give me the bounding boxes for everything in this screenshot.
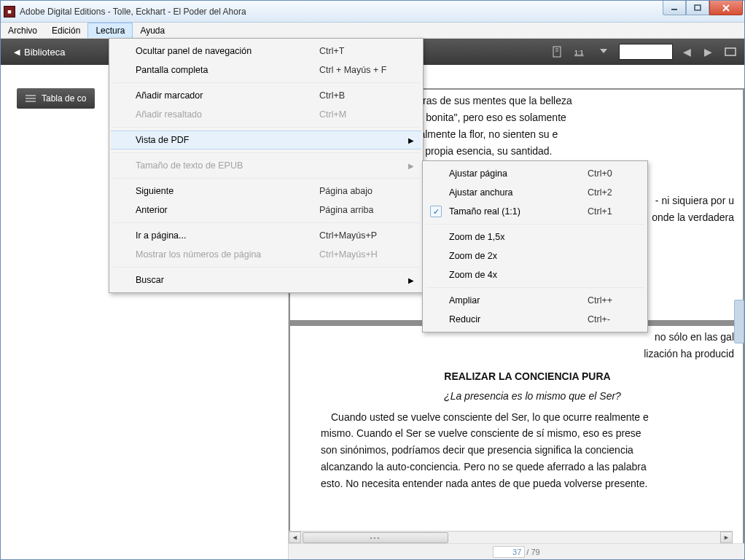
minimize-button[interactable] bbox=[663, 1, 686, 15]
menu-archivo[interactable]: Archivo bbox=[1, 23, 44, 38]
submenu-arrow-icon: ▶ bbox=[408, 276, 414, 284]
status-bar: / 79 bbox=[289, 543, 744, 559]
list-icon bbox=[26, 94, 36, 103]
submenu-item[interactable]: Ajustar páginaCtrl+0 bbox=[424, 164, 646, 183]
toc-tab[interactable]: Tabla de co bbox=[17, 88, 95, 109]
back-arrow-icon: ◀ bbox=[14, 47, 20, 57]
vista-pdf-submenu: Ajustar páginaCtrl+0Ajustar anchuraCtrl+… bbox=[422, 160, 648, 332]
menu-ayuda[interactable]: Ayuda bbox=[133, 23, 172, 38]
menu-item[interactable]: SiguientePágina abajo bbox=[111, 182, 421, 201]
app-icon: ■ bbox=[4, 6, 15, 18]
submenu-item[interactable]: Zoom de 1,5x bbox=[424, 228, 646, 246]
scroll-right-button[interactable]: ► bbox=[720, 532, 733, 543]
submenu-item[interactable]: Zoom de 4x bbox=[424, 265, 646, 284]
menu-item: Tamaño de texto de EPUB▶ bbox=[111, 156, 421, 175]
maximize-button[interactable] bbox=[686, 1, 709, 15]
library-button[interactable]: ◀ Biblioteca bbox=[7, 47, 72, 58]
menu-item: Añadir resaltadoCtrl+M bbox=[111, 105, 421, 124]
bookmark-icon[interactable] bbox=[549, 44, 565, 60]
menu-item[interactable]: Buscar▶ bbox=[111, 271, 421, 289]
zoom-menu-icon[interactable] bbox=[596, 44, 612, 60]
scroll-left-button[interactable]: ◄ bbox=[289, 532, 301, 543]
menubar: Archivo Edición Lectura Ayuda bbox=[1, 23, 744, 39]
menu-item: Mostrar los números de páginaCtrl+Mayús+… bbox=[111, 245, 421, 264]
page-current-input[interactable] bbox=[493, 546, 525, 558]
window-controls bbox=[663, 1, 743, 15]
menu-item[interactable]: Vista de PDF▶ bbox=[111, 131, 421, 149]
submenu-item[interactable]: AmpliarCtrl++ bbox=[424, 291, 646, 310]
check-icon: ✓ bbox=[430, 206, 442, 217]
svg-text:1:1: 1:1 bbox=[574, 49, 584, 56]
menu-item[interactable]: Ocultar panel de navegaciónCtrl+T bbox=[111, 42, 421, 61]
menu-item[interactable]: Añadir marcadorCtrl+B bbox=[111, 86, 421, 105]
fullscreen-icon[interactable] bbox=[722, 44, 738, 60]
section-heading: REALIZAR LA CONCIENCIA PURA bbox=[321, 370, 734, 384]
page-total: / 79 bbox=[526, 548, 539, 556]
window-title: Adobe Digital Editions - Tolle, Eckhart … bbox=[20, 7, 246, 17]
svg-rect-1 bbox=[695, 5, 701, 10]
page-input[interactable] bbox=[619, 44, 673, 60]
menu-item[interactable]: AnteriorPágina arriba bbox=[111, 201, 421, 219]
lectura-menu: Ocultar panel de navegaciónCtrl+TPantall… bbox=[109, 38, 424, 293]
horizontal-scrollbar-thumb[interactable]: ••• bbox=[303, 532, 448, 543]
svg-rect-9 bbox=[725, 48, 736, 55]
submenu-item[interactable]: Ajustar anchuraCtrl+2 bbox=[424, 183, 646, 202]
horizontal-scrollbar[interactable]: ◄ ••• ► bbox=[289, 531, 733, 543]
svg-marker-8 bbox=[600, 49, 607, 53]
vertical-scrollbar-thumb[interactable] bbox=[734, 300, 744, 343]
submenu-item[interactable]: ✓Tamaño real (1:1)Ctrl+1 bbox=[424, 202, 646, 221]
submenu-item[interactable]: Zoom de 2x bbox=[424, 246, 646, 265]
menu-item[interactable]: Pantalla completaCtrl + Mayús + F bbox=[111, 61, 421, 79]
prev-page-button[interactable]: ◀ bbox=[680, 46, 694, 58]
submenu-item[interactable]: ReducirCtrl+- bbox=[424, 310, 646, 329]
menu-edicion[interactable]: Edición bbox=[44, 23, 87, 38]
menu-lectura[interactable]: Lectura bbox=[87, 23, 133, 38]
page-2: no sólo en las gal lización ha producid … bbox=[290, 326, 743, 543]
toc-label: Tabla de co bbox=[42, 93, 86, 104]
next-page-button[interactable]: ▶ bbox=[701, 46, 715, 58]
menu-item[interactable]: Ir a página...Ctrl+Mayús+P bbox=[111, 226, 421, 245]
close-button[interactable] bbox=[709, 1, 743, 15]
submenu-arrow-icon: ▶ bbox=[408, 162, 414, 170]
submenu-arrow-icon: ▶ bbox=[408, 136, 414, 144]
titlebar: ■ Adobe Digital Editions - Tolle, Eckhar… bbox=[1, 1, 744, 23]
library-label: Biblioteca bbox=[24, 47, 65, 58]
actual-size-icon[interactable]: 1:1 bbox=[572, 44, 588, 60]
svg-rect-4 bbox=[553, 47, 561, 57]
